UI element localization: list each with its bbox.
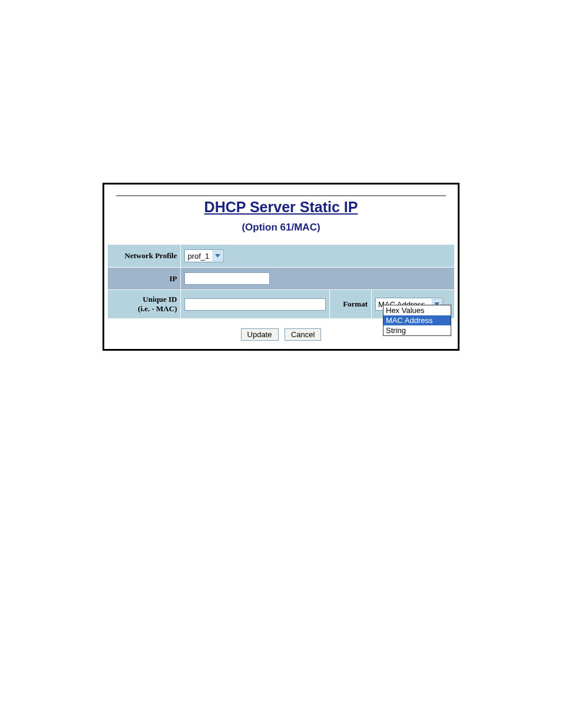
label-ip: IP	[108, 268, 180, 289]
config-panel: DHCP Server Static IP (Option 61/MAC) Ne…	[103, 183, 459, 351]
network-profile-selected-text: prof_1	[187, 252, 213, 261]
svg-marker-0	[215, 254, 220, 258]
unique-id-input[interactable]	[184, 298, 326, 311]
cell-ip	[181, 268, 454, 289]
page-subtitle: (Option 61/MAC)	[116, 222, 446, 233]
network-profile-select[interactable]: prof_1	[184, 249, 224, 262]
row-ip: IP	[108, 268, 454, 289]
format-option-hex[interactable]: Hex Values	[384, 305, 451, 315]
page-title-link[interactable]: DHCP Server Static IP	[116, 199, 446, 216]
label-format: Format	[330, 290, 371, 318]
cell-unique-id	[181, 290, 329, 318]
label-unique-id-line2: (i.e. - MAC)	[138, 304, 177, 313]
label-unique-id: Unique ID (i.e. - MAC)	[108, 290, 180, 318]
ip-input[interactable]	[184, 272, 270, 285]
label-network-profile: Network Profile	[108, 245, 180, 267]
update-button[interactable]: Update	[241, 328, 279, 341]
label-unique-id-line1: Unique ID	[143, 295, 177, 304]
cancel-button[interactable]: Cancel	[285, 328, 321, 341]
divider	[116, 195, 446, 196]
header-area: DHCP Server Static IP (Option 61/MAC)	[104, 185, 458, 233]
format-dropdown-popup[interactable]: Hex Values MAC Address String	[383, 305, 451, 336]
chevron-down-icon	[213, 251, 223, 261]
cell-network-profile: prof_1	[181, 245, 454, 267]
format-option-mac[interactable]: MAC Address	[384, 315, 451, 325]
row-network-profile: Network Profile prof_1	[108, 245, 454, 267]
format-option-string[interactable]: String	[384, 325, 451, 335]
